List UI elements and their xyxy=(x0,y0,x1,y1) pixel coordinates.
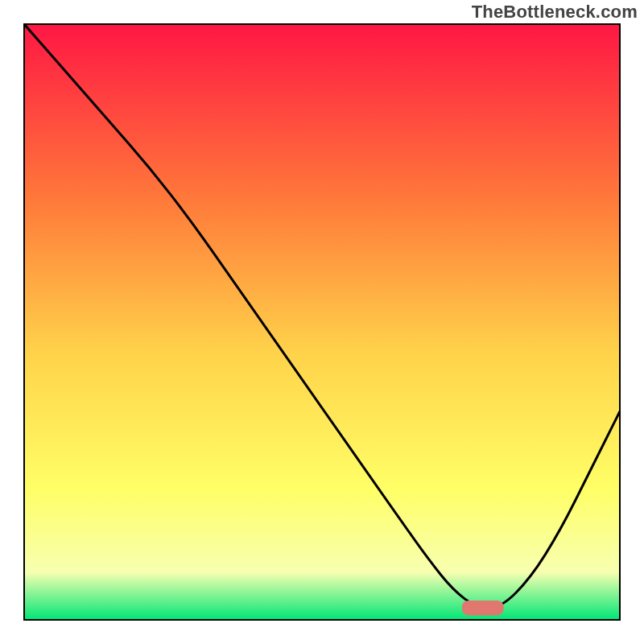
plot-background xyxy=(24,24,620,620)
bottleneck-chart: TheBottleneck.com xyxy=(0,0,644,644)
chart-svg xyxy=(0,0,644,644)
optimal-marker xyxy=(462,601,504,616)
watermark-text: TheBottleneck.com xyxy=(472,2,638,23)
